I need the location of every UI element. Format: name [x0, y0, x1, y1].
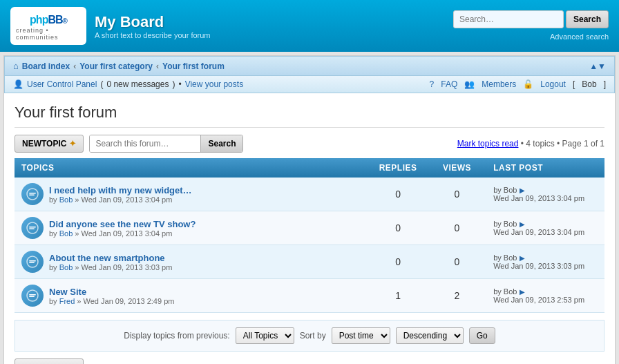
topic-author-link-2[interactable]: Bob — [59, 263, 73, 271]
nav-separator1: ( — [100, 79, 103, 89]
view-posts-link[interactable]: View your posts — [185, 79, 244, 89]
topic-title-1: Did anyone see the new TV show? — [49, 219, 196, 229]
table-row: I need help with my new widget… by Bob »… — [15, 178, 604, 211]
sort-order-select[interactable]: Descending — [396, 327, 464, 344]
table-row: Did anyone see the new TV show? by Bob »… — [15, 211, 604, 245]
topic-meta-2: by Bob » Wed Jan 09, 2013 3:03 pm — [49, 263, 172, 271]
topic-icon-2 — [21, 251, 44, 273]
board-title: My Board — [95, 13, 211, 31]
topic-meta-1: by Bob » Wed Jan 09, 2013 3:04 pm — [49, 229, 196, 238]
lastpost-arrow-1: ▶ — [520, 220, 525, 228]
topic-link-0[interactable]: I need help with my new widget… — [49, 185, 192, 195]
svg-rect-11 — [29, 296, 35, 298]
svg-rect-8 — [29, 262, 35, 264]
breadcrumb-icons: ▲▼ — [589, 61, 606, 71]
phpbb-logo: phpBB® creating • communities — [10, 7, 86, 45]
svg-rect-5 — [29, 229, 35, 230]
col-replies: REPLIES — [368, 158, 427, 178]
replies-cell-2: 0 — [368, 245, 427, 279]
svg-point-0 — [27, 189, 38, 200]
lastpost-cell-0: by Bob ▶Wed Jan 09, 2013 3:04 pm — [486, 178, 604, 211]
filter-bar: Display topics from previous: All Topics… — [15, 320, 604, 352]
topic-link-2[interactable]: About the new smartphone — [49, 253, 165, 263]
page-info: Page 1 of 1 — [562, 139, 604, 149]
bottom-newtopic-button[interactable]: NEWTOPIC ✦ — [15, 358, 84, 364]
header: phpBB® creating • communities My Board A… — [0, 0, 619, 52]
breadcrumb-first-forum[interactable]: Your first forum — [162, 61, 225, 71]
filter-label: Display topics from previous: — [124, 331, 229, 341]
topic-title-0: I need help with my new widget… — [49, 185, 192, 195]
lastpost-arrow-0: ▶ — [520, 186, 525, 194]
ucp-link[interactable]: User Control Panel — [27, 79, 97, 89]
topic-link-3[interactable]: New Site — [49, 287, 86, 297]
breadcrumb-first-category[interactable]: Your first category — [79, 61, 153, 71]
breadcrumb-board-index[interactable]: Board index — [22, 61, 70, 71]
topic-title-2: About the new smartphone — [49, 253, 172, 263]
topic-author-link-1[interactable]: Bob — [59, 229, 73, 238]
topic-meta-0: by Bob » Wed Jan 09, 2013 3:04 pm — [49, 195, 192, 204]
board-title-area: My Board A short text to describe your f… — [95, 13, 211, 39]
svg-point-6 — [27, 256, 38, 267]
collapse-button[interactable]: ▲▼ — [589, 61, 606, 71]
forum-search-input[interactable] — [90, 135, 200, 152]
forum-search-button[interactable]: Search — [200, 135, 242, 152]
header-search-input[interactable] — [453, 10, 564, 28]
forum-search-box: Search — [89, 135, 243, 153]
topic-cell-2: About the new smartphone by Bob » Wed Ja… — [15, 245, 368, 279]
views-cell-3: 2 — [428, 279, 486, 313]
newtopic-button[interactable]: NEWTOPIC ✦ — [15, 135, 84, 153]
lastpost-cell-3: by Bob ▶Wed Jan 09, 2013 2:53 pm — [486, 279, 604, 313]
svg-rect-10 — [29, 294, 36, 296]
topic-cell-0: I need help with my new widget… by Bob »… — [15, 178, 368, 211]
svg-rect-1 — [29, 193, 36, 194]
topic-author-link-3[interactable]: Fred — [59, 297, 75, 305]
views-cell-0: 0 — [428, 178, 486, 211]
lastpost-cell-1: by Bob ▶Wed Jan 09, 2013 3:04 pm — [486, 211, 604, 245]
advanced-search-link-area: Advanced search — [550, 31, 609, 41]
breadcrumb-sep1: ‹ — [73, 61, 76, 71]
logo-text: phpBB® — [30, 11, 67, 27]
logo-area: phpBB® creating • communities My Board A… — [10, 7, 211, 45]
newtopic-label: NEWTOPIC — [22, 139, 66, 149]
logo-subtext: creating • communities — [16, 27, 81, 41]
topic-link-1[interactable]: Did anyone see the new TV show? — [49, 219, 196, 229]
bottom-toolbar-left: NEWTOPIC ✦ — [15, 358, 84, 364]
sort-by-select[interactable]: Post time — [332, 327, 390, 344]
svg-rect-7 — [29, 260, 36, 262]
filter-topic-select[interactable]: All Topics — [236, 327, 294, 344]
topic-icon-3 — [21, 285, 44, 307]
forum-title: Your first forum — [15, 104, 604, 128]
svg-point-9 — [27, 290, 38, 301]
faq-link[interactable]: FAQ — [441, 79, 457, 89]
sort-label: Sort by — [300, 331, 326, 341]
toolbar-separator2: • — [557, 139, 562, 149]
nav-left: 👤 User Control Panel (0 new messages) • … — [13, 79, 243, 89]
nav-right: ?FAQ 👥Members 🔓Logout [ Bob ] — [430, 79, 606, 89]
content-wrapper: ⌂ Board index ‹ Your first category ‹ Yo… — [3, 55, 616, 364]
breadcrumb-sep2: ‹ — [156, 61, 159, 71]
col-views: VIEWS — [428, 158, 486, 178]
logout-link[interactable]: Logout — [540, 79, 566, 89]
svg-rect-2 — [29, 195, 35, 196]
nav-bullet: • — [178, 79, 181, 89]
table-row: About the new smartphone by Bob » Wed Ja… — [15, 245, 604, 279]
toolbar-left: NEWTOPIC ✦ Search — [15, 135, 243, 153]
views-cell-2: 0 — [428, 245, 486, 279]
main-content: Your first forum NEWTOPIC ✦ Search Mark … — [4, 93, 615, 364]
header-search-box: Search — [453, 10, 609, 28]
topic-author-link-0[interactable]: Bob — [59, 195, 73, 204]
views-cell-1: 0 — [428, 211, 486, 245]
filter-go-button[interactable]: Go — [469, 327, 495, 344]
members-link[interactable]: Members — [482, 79, 516, 89]
advanced-search-link[interactable]: Advanced search — [550, 32, 609, 41]
nav-user-bracket-open: [ — [573, 79, 575, 89]
mark-topics-link[interactable]: Mark topics read — [457, 139, 519, 149]
lastpost-cell-2: by Bob ▶Wed Jan 09, 2013 3:03 pm — [486, 245, 604, 279]
topic-cell-1: Did anyone see the new TV show? by Bob »… — [15, 211, 368, 245]
header-search-button[interactable]: Search — [566, 10, 609, 28]
lastpost-arrow-2: ▶ — [520, 254, 525, 262]
topic-title-3: New Site — [49, 287, 174, 297]
toolbar-right: Mark topics read • 4 topics • Page 1 of … — [457, 139, 604, 149]
topic-meta-3: by Fred » Wed Jan 09, 2013 2:49 pm — [49, 297, 174, 305]
col-lastpost: LAST POST — [486, 158, 604, 178]
